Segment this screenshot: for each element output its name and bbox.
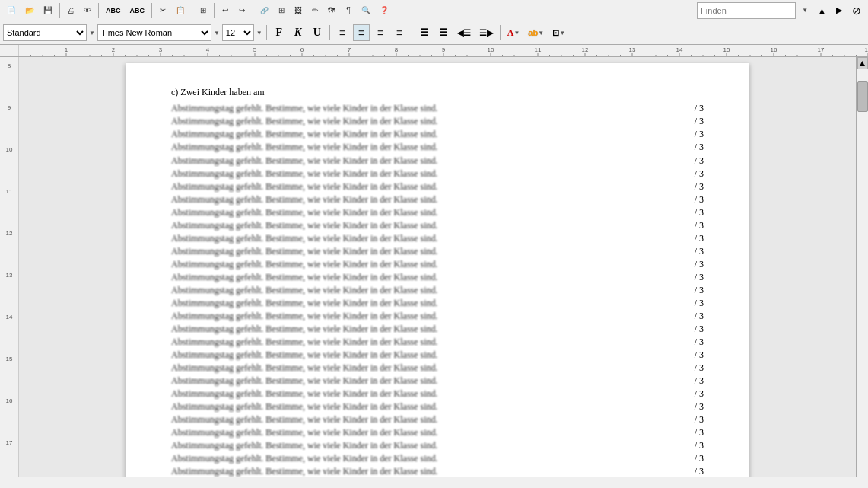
table-row: Abstimmungstag gefehlt. Bestimme, wie vi… — [171, 180, 704, 193]
paragraph-style-select[interactable]: Standard — [3, 24, 87, 41]
repeated-line-text: Abstimmungstag gefehlt. Bestimme, wie vi… — [171, 284, 685, 297]
table-button[interactable]: ⊞ — [274, 2, 289, 19]
repeated-line-text: Abstimmungstag gefehlt. Bestimme, wie vi… — [171, 297, 685, 310]
cut-button[interactable]: ✂ — [155, 2, 170, 19]
line-fraction: / 3 — [685, 349, 704, 362]
align-left-button[interactable]: ≡ — [334, 24, 351, 41]
list-ordered-button[interactable]: ☰ — [416, 24, 433, 41]
bold-button[interactable]: F — [271, 24, 288, 41]
redo-button[interactable]: ↪ — [234, 2, 250, 19]
line-fraction: / 3 — [685, 155, 704, 167]
decrease-indent-button[interactable]: ◀☰ — [454, 24, 474, 41]
table-row: Abstimmungstag gefehlt. Bestimme, wie vi… — [171, 388, 704, 400]
line-fraction: / 3 — [685, 258, 704, 271]
spell-check2-button[interactable]: ABC — [126, 2, 149, 19]
table-row: Abstimmungstag gefehlt. Bestimme, wie vi… — [171, 219, 704, 232]
table-row: Abstimmungstag gefehlt. Bestimme, wie vi… — [171, 102, 704, 115]
document-page: c) Zwei Kinder haben am Abstimmungstag g… — [126, 63, 749, 477]
paragraph-marks-button[interactable]: ¶ — [341, 2, 356, 19]
table-row: Abstimmungstag gefehlt. Bestimme, wie vi… — [171, 271, 704, 284]
line-fraction: / 3 — [685, 180, 704, 193]
draw-button[interactable]: ✏ — [307, 2, 323, 19]
help-button[interactable]: ❓ — [376, 2, 393, 19]
increase-indent-button[interactable]: ☰▶ — [476, 24, 496, 41]
line-fraction: / 3 — [685, 245, 704, 258]
page-num-9: 9 — [0, 103, 18, 145]
repeated-lines: Abstimmungstag gefehlt. Bestimme, wie vi… — [171, 102, 704, 477]
sep1 — [59, 3, 60, 18]
open-button[interactable]: 📂 — [21, 2, 38, 19]
scrollbar-right[interactable]: ▲ — [856, 57, 868, 477]
save-button[interactable]: 💾 — [40, 2, 56, 19]
repeated-line-text: Abstimmungstag gefehlt. Bestimme, wie vi… — [171, 219, 685, 232]
repeated-line-text: Abstimmungstag gefehlt. Bestimme, wie vi… — [171, 115, 685, 128]
line-fraction: / 3 — [685, 323, 704, 336]
line-fraction: / 3 — [685, 206, 704, 219]
char-format-button[interactable]: ⊡ ▼ — [549, 24, 568, 41]
line-fraction: / 3 — [685, 362, 704, 375]
align-right-button[interactable]: ≡ — [372, 24, 389, 41]
italic-button[interactable]: K — [290, 24, 307, 41]
size-arrow-icon: ▼ — [256, 30, 262, 37]
undo-button[interactable]: ↩ — [218, 2, 233, 19]
font-color-icon: A — [507, 27, 514, 39]
print-button[interactable]: 🖨 — [63, 2, 78, 19]
font-select[interactable]: Times New Roman — [97, 24, 211, 41]
align-center-button[interactable]: ≡ — [353, 24, 370, 41]
line-fraction: / 3 — [685, 426, 704, 439]
scroll-thumb[interactable] — [857, 81, 868, 112]
repeated-line-text: Abstimmungstag gefehlt. Bestimme, wie vi… — [171, 388, 685, 400]
line-fraction: / 3 — [685, 193, 704, 206]
page-num-15: 15 — [0, 354, 18, 396]
table-row: Abstimmungstag gefehlt. Bestimme, wie vi… — [171, 155, 704, 167]
table-row: Abstimmungstag gefehlt. Bestimme, wie vi… — [171, 439, 704, 452]
table-row: Abstimmungstag gefehlt. Bestimme, wie vi… — [171, 323, 704, 336]
zoom-button[interactable]: 🔍 — [358, 2, 374, 19]
highlight-button[interactable]: ab ▼ — [525, 24, 547, 41]
line-fraction: / 3 — [685, 232, 704, 245]
left-margin-bar: 8 9 10 11 12 13 14 15 16 17 — [0, 57, 19, 477]
repeated-line-text: Abstimmungstag gefehlt. Bestimme, wie vi… — [171, 400, 685, 413]
repeated-line-text: Abstimmungstag gefehlt. Bestimme, wie vi… — [171, 232, 685, 245]
highlight-arrow-icon: ▼ — [538, 30, 544, 37]
toolbar-row2: Standard ▼ Times New Roman ▼ 12 ▼ F K U … — [0, 21, 868, 44]
spell-check-button[interactable]: ABC — [102, 2, 125, 19]
repeated-line-text: Abstimmungstag gefehlt. Bestimme, wie vi… — [171, 375, 685, 388]
find-prev-button[interactable]: ▲ — [814, 2, 830, 19]
find-next-button[interactable]: ▶ — [831, 2, 847, 19]
align-justify-button[interactable]: ≡ — [391, 24, 408, 41]
scroll-up-button[interactable]: ▲ — [857, 57, 868, 69]
copy-button[interactable]: 📋 — [172, 2, 189, 19]
repeated-line-text: Abstimmungstag gefehlt. Bestimme, wie vi… — [171, 141, 685, 154]
repeated-line-text: Abstimmungstag gefehlt. Bestimme, wie vi… — [171, 439, 685, 452]
repeated-line-text: Abstimmungstag gefehlt. Bestimme, wie vi… — [171, 362, 685, 375]
repeated-line-text: Abstimmungstag gefehlt. Bestimme, wie vi… — [171, 206, 685, 219]
underline-button[interactable]: U — [309, 24, 326, 41]
table-row: Abstimmungstag gefehlt. Bestimme, wie vi… — [171, 232, 704, 245]
extra-button[interactable]: ⊘ — [848, 2, 865, 19]
font-color-button[interactable]: A ▼ — [504, 24, 523, 41]
ruler-scale — [19, 45, 868, 56]
repeated-line-text: Abstimmungstag gefehlt. Bestimme, wie vi… — [171, 413, 685, 426]
find-input[interactable] — [697, 2, 796, 19]
new-button[interactable]: 📄 — [3, 2, 20, 19]
repeated-line-text: Abstimmungstag gefehlt. Bestimme, wie vi… — [171, 426, 685, 439]
font-size-select[interactable]: 12 — [222, 24, 254, 41]
char-format-arrow-icon: ▼ — [559, 30, 565, 37]
print-preview-button[interactable]: 👁 — [80, 2, 95, 19]
toolbar-container: 📄 📂 💾 🖨 👁 ABC ABC ✂ 📋 ⊞ ↩ ↪ 🔗 ⊞ 🖼 ✏ 🗺 ¶ … — [0, 0, 868, 45]
page-num-16: 16 — [0, 396, 18, 438]
find-dropdown-button[interactable]: ▼ — [797, 2, 812, 19]
sep-fmt1 — [266, 25, 267, 40]
clone-button[interactable]: ⊞ — [196, 2, 211, 19]
hyperlink-button[interactable]: 🔗 — [256, 2, 272, 19]
table-row: Abstimmungstag gefehlt. Bestimme, wie vi… — [171, 452, 704, 465]
heading-text: c) Zwei Kinder haben am — [171, 87, 265, 97]
table-row: Abstimmungstag gefehlt. Bestimme, wie vi… — [171, 426, 704, 439]
list-unordered-button[interactable]: ☰ — [435, 24, 452, 41]
page-num-11: 11 — [0, 187, 18, 228]
navigator-button[interactable]: 🗺 — [324, 2, 339, 19]
table-row: Abstimmungstag gefehlt. Bestimme, wie vi… — [171, 193, 704, 206]
repeated-line-text: Abstimmungstag gefehlt. Bestimme, wie vi… — [171, 102, 685, 115]
image-button[interactable]: 🖼 — [291, 2, 306, 19]
